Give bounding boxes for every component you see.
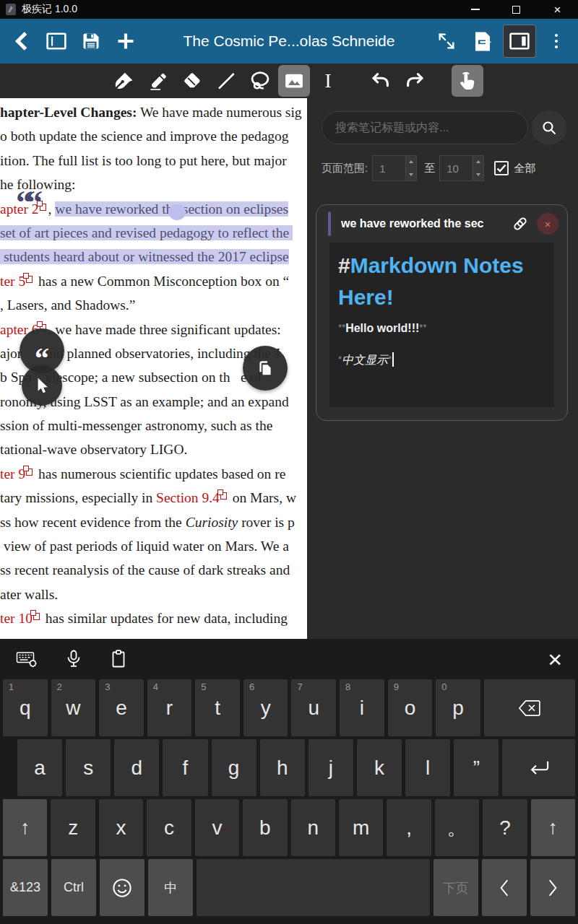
range-to-spinner[interactable]: [473, 156, 483, 180]
key-i[interactable]: 8i: [340, 679, 384, 736]
note-editor[interactable]: #Markdown Notes Here!**Hello world!!!***…: [329, 243, 554, 407]
key-h[interactable]: h: [260, 739, 305, 796]
note-accent-bar: [328, 212, 331, 236]
key-x[interactable]: x: [99, 799, 143, 856]
space-key[interactable]: [197, 859, 430, 916]
key-s[interactable]: s: [66, 739, 111, 796]
doc-link[interactable]: ter 9: [0, 466, 25, 481]
symbols-key[interactable]: &123: [3, 859, 48, 916]
nav-bar: The Cosmic Pe...olas Schneide: [0, 19, 578, 64]
ctrl-key[interactable]: Ctrl: [51, 859, 96, 916]
eraser-tool[interactable]: [176, 65, 208, 97]
key-b[interactable]: b: [243, 799, 287, 856]
save-button[interactable]: [75, 24, 107, 58]
keyboard-settings-button[interactable]: [16, 650, 38, 668]
fullscreen-button[interactable]: [431, 24, 462, 58]
shift-left-key[interactable]: ↑: [3, 799, 47, 856]
toggle-left-panel-button[interactable]: [40, 24, 72, 58]
key-e[interactable]: 3e: [99, 679, 144, 736]
note-link-button[interactable]: [509, 213, 531, 235]
maximize-button[interactable]: [496, 0, 537, 19]
key-m[interactable]: m: [339, 799, 383, 856]
back-button[interactable]: [6, 24, 38, 58]
pen-tool[interactable]: [108, 65, 140, 97]
doc-link[interactable]: ter 10: [0, 611, 33, 626]
copy-button[interactable]: [243, 346, 288, 391]
emoji-key[interactable]: [100, 859, 144, 916]
line-tool[interactable]: [210, 65, 242, 97]
key-q[interactable]: 1q: [3, 679, 48, 736]
doc-text: Curiosity: [186, 515, 238, 530]
next-page-key[interactable]: 下页: [434, 859, 478, 916]
all-pages-label: 全部: [514, 162, 535, 175]
key-v[interactable]: v: [195, 799, 239, 856]
range-from-spinner[interactable]: [405, 156, 416, 180]
key-w[interactable]: 2w: [51, 679, 96, 736]
quote-handles-icon[interactable]: ““: [16, 186, 36, 219]
external-link-icon[interactable]: [26, 468, 33, 476]
key-f[interactable]: f: [163, 739, 207, 796]
text-cursor-tool[interactable]: I: [312, 65, 344, 97]
key-p[interactable]: 0p: [436, 679, 480, 736]
undo-tool[interactable]: [365, 65, 397, 97]
range-from-input[interactable]: 1: [372, 155, 417, 181]
shift-right-key[interactable]: ↑: [531, 799, 575, 856]
menu-button[interactable]: [540, 24, 572, 58]
key-z[interactable]: z: [51, 799, 95, 856]
minimize-button[interactable]: [454, 0, 496, 19]
cursor-left-key[interactable]: [482, 859, 527, 916]
key-l[interactable]: l: [405, 739, 450, 796]
key-,[interactable]: ,: [387, 799, 431, 856]
doc-link[interactable]: Section 9.4: [156, 490, 220, 505]
keyboard-close-button[interactable]: ×: [548, 647, 562, 671]
toggle-right-panel-button[interactable]: [503, 25, 536, 58]
key-t[interactable]: 5t: [195, 679, 240, 736]
lang-switch-key[interactable]: 中: [148, 859, 193, 916]
external-link-icon[interactable]: [26, 276, 33, 283]
pointer-button[interactable]: [22, 365, 62, 406]
doc-text: view of past periods of liquid water on …: [0, 539, 289, 554]
doc-link[interactable]: ter 5: [0, 274, 25, 289]
key-”[interactable]: ”: [454, 739, 499, 796]
key-u[interactable]: 7u: [291, 679, 336, 736]
redo-tool[interactable]: [399, 65, 431, 97]
range-to-input[interactable]: 10: [439, 155, 484, 181]
cursor-right-key[interactable]: [530, 859, 575, 916]
key-a[interactable]: a: [17, 739, 62, 796]
external-link-icon[interactable]: [40, 204, 46, 211]
clipboard-button[interactable]: [110, 649, 127, 669]
line-icon: [215, 70, 237, 92]
doc-text: o both update the science and improve th…: [0, 128, 289, 144]
doc-text: ater walls.: [0, 587, 58, 602]
key-n[interactable]: n: [291, 799, 335, 856]
key-o[interactable]: 9o: [388, 679, 433, 736]
clipboard-icon: [110, 649, 127, 669]
key-d[interactable]: d: [114, 739, 159, 796]
external-link-icon[interactable]: [33, 613, 40, 620]
note-close-button[interactable]: ×: [537, 213, 558, 235]
search-button[interactable]: [532, 110, 566, 145]
external-link-icon[interactable]: [220, 492, 227, 500]
chevron-left-icon: [498, 878, 511, 898]
enter-key[interactable]: [502, 739, 575, 796]
export-button[interactable]: [467, 24, 499, 58]
add-button[interactable]: [110, 24, 142, 58]
lasso-tool[interactable]: [244, 65, 276, 97]
hand-tool[interactable]: [452, 65, 483, 97]
backspace-key[interactable]: [484, 679, 575, 736]
image-tool[interactable]: [278, 65, 310, 97]
key-k[interactable]: k: [357, 739, 402, 796]
note-search-input[interactable]: [322, 111, 528, 144]
highlighter-tool[interactable]: [142, 65, 174, 97]
key-y[interactable]: 6y: [243, 679, 288, 736]
note-card: we have reworked the sec × #Markdown Not…: [316, 204, 568, 421]
key-c[interactable]: c: [147, 799, 191, 856]
close-button[interactable]: ×: [537, 0, 578, 19]
voice-input-button[interactable]: [65, 649, 82, 669]
key-r[interactable]: 4r: [147, 679, 192, 736]
key-?[interactable]: ?: [483, 799, 527, 856]
key-。[interactable]: 。: [435, 799, 479, 856]
key-g[interactable]: g: [212, 739, 256, 796]
key-j[interactable]: j: [309, 739, 353, 796]
all-pages-checkbox[interactable]: [494, 161, 509, 175]
